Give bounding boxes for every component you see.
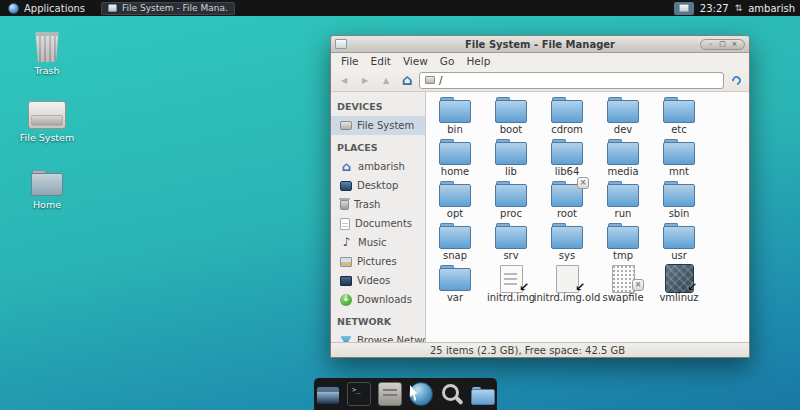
folder-icon [437,97,473,123]
maximize-button[interactable]: □ [717,39,728,49]
menu-help[interactable]: Help [461,54,495,68]
file-item[interactable]: boot [483,95,539,137]
file-item[interactable]: vmlinuz [651,263,707,305]
file-name-label: srv [503,250,518,261]
notification-tray-button[interactable] [674,2,694,15]
sidebar-item-trash[interactable]: Trash [331,195,425,214]
sidebar-item-music[interactable]: Music [331,233,425,252]
folder-icon [549,139,585,165]
file-item[interactable]: opt [427,179,483,221]
menu-edit[interactable]: Edit [366,54,396,68]
sidebar-label: Documents [355,218,412,229]
menu-file[interactable]: File [336,54,364,68]
drive-icon [340,121,352,130]
panel-right: 23:27 ⇅ ambarish [674,0,800,16]
menu-go[interactable]: Go [435,54,460,68]
file-item[interactable]: proc [483,179,539,221]
file-manager-icon [335,39,347,49]
file-item[interactable]: sys [539,221,595,263]
session-arrows-icon: ⇅ [735,3,743,13]
folder-icon [549,181,585,207]
sidebar-item-pictures[interactable]: Pictures [331,252,425,271]
taskbar-window-button[interactable]: File System - File Mana... [101,2,235,15]
sidebar-item-file-system[interactable]: File System [331,116,425,135]
file-item[interactable]: var [427,263,483,305]
forward-button[interactable]: ▶ [356,72,374,89]
sidebar-item-home-ambarish[interactable]: ambarish [331,157,425,176]
refresh-button[interactable] [727,72,745,89]
folder-icon [437,181,473,207]
folder-icon [605,139,641,165]
file-item[interactable]: lib64 [539,137,595,179]
file-item[interactable]: snap [427,221,483,263]
refresh-icon [730,74,743,87]
up-button[interactable]: ▲ [377,72,395,89]
sidebar-header-devices[interactable]: DEVICES [331,97,425,116]
window-titlebar[interactable]: File System - File Manager – □ × [331,36,749,53]
file-view: bin boot cdrom [426,92,749,342]
sidebar-item-videos[interactable]: Videos [331,271,425,290]
blank-file-icon [549,265,585,291]
minimize-button[interactable]: – [705,39,716,49]
file-item[interactable]: usr [651,221,707,263]
desktop-icon-label: Home [33,199,61,210]
sidebar-header-network[interactable]: NETWORK [331,312,425,331]
file-item[interactable]: home [427,137,483,179]
sidebar-label: Desktop [357,180,398,191]
clock[interactable]: 23:27 [700,3,729,14]
file-item[interactable]: lib [483,137,539,179]
file-item[interactable]: sbin [651,179,707,221]
file-item[interactable]: etc [651,95,707,137]
file-item[interactable]: initrd.img.old [539,263,595,305]
folder-icon [549,223,585,249]
file-name-label: root [557,208,577,219]
back-button[interactable]: ◀ [335,72,353,89]
folder-icon [661,181,697,207]
sidebar-header-places[interactable]: PLACES [331,138,425,157]
dock-file-manager-button[interactable] [378,382,402,406]
sidebar-item-desktop[interactable]: Desktop [331,176,425,195]
file-item[interactable]: bin [427,95,483,137]
file-item[interactable]: media [595,137,651,179]
binary-file-icon [605,265,641,291]
folder-icon [493,97,529,123]
applications-menu-button[interactable]: Applications [0,0,93,16]
dock-show-desktop-button[interactable] [316,386,340,405]
dock-folder-button[interactable] [471,387,495,405]
file-item[interactable]: root [539,179,595,221]
file-item[interactable]: run [595,179,651,221]
text-file-icon [493,265,529,291]
status-bar: 25 items (2.3 GB), Free space: 42.5 GB [331,342,749,357]
file-item[interactable]: initrd.img [483,263,539,305]
path-bar[interactable]: / [419,72,724,89]
desktop: Applications File System - File Mana... … [0,0,800,410]
file-manager-window: File System - File Manager – □ × File Ed… [330,35,750,358]
file-item[interactable]: mnt [651,137,707,179]
menu-view[interactable]: View [398,54,433,68]
sidebar-label: File System [357,120,414,131]
folder-icon [549,97,585,123]
desktop-icon-file-system[interactable]: File System [14,93,80,143]
desktop-icon-glyph [34,30,60,62]
dock-search-button[interactable] [440,382,464,406]
file-item[interactable]: srv [483,221,539,263]
sidebar-item-browse-network[interactable]: Browse Network [331,331,425,342]
file-name-label: media [607,166,638,177]
sidebar-item-documents[interactable]: Documents [331,214,425,233]
username-menu[interactable]: ambarish [748,3,795,14]
home-button[interactable]: ⌂ [398,72,416,89]
file-name-label: var [447,292,463,303]
file-item[interactable]: dev [595,95,651,137]
desktop-icon-home[interactable]: Home [14,160,80,210]
file-item[interactable]: tmp [595,221,651,263]
taskbar-window-label: File System - File Mana... [122,3,228,13]
close-button[interactable]: × [729,39,740,49]
downloads-icon [340,294,352,306]
dock-terminal-button[interactable] [347,382,371,406]
file-item[interactable]: swapfile [595,263,651,305]
desktop-icon-trash[interactable]: Trash [14,26,80,76]
file-item[interactable]: cdrom [539,95,595,137]
sidebar-label: ambarish [358,161,405,172]
sidebar-item-downloads[interactable]: Downloads [331,290,425,309]
file-name-label: run [615,208,632,219]
